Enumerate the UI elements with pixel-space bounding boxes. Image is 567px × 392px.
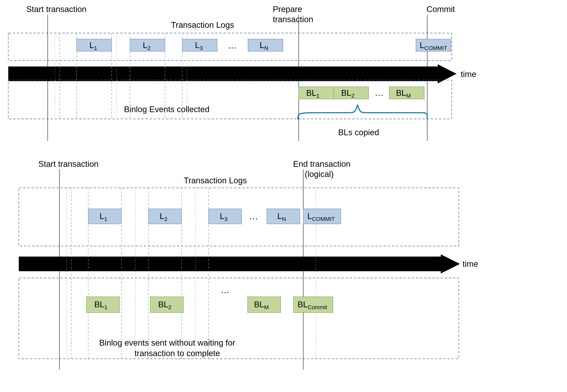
binlog-container-2	[19, 278, 459, 359]
txlog-L2: L2	[130, 39, 165, 51]
txlog2-LN: LN	[267, 209, 300, 224]
binlog-BLM: BLM	[389, 87, 424, 99]
txlog-L3: L3	[182, 39, 217, 51]
brace-bls-copied	[298, 105, 427, 119]
binlog2-BL1: BL1	[86, 297, 119, 313]
label-prepare-tx-line1: Prepare	[273, 4, 302, 14]
binlog2-BLM: BLM	[248, 297, 281, 313]
label-binlog-collected: Binlog Events collected	[124, 105, 210, 114]
label-bls-copied: BLs copied	[338, 128, 379, 137]
label-tx-logs: Transaction Logs	[171, 20, 234, 29]
label-start-tx-2: Start transaction	[38, 159, 99, 168]
time-axis-2	[19, 254, 460, 273]
label-start-tx: Start transaction	[26, 4, 86, 14]
txlog2-L3: L3	[209, 209, 241, 224]
txlog-LN: LN	[248, 39, 283, 51]
binlog-BL1: BL1	[299, 87, 334, 99]
time-label-1: time	[461, 70, 476, 79]
time-label-2: time	[463, 259, 478, 268]
txlog2-L1: L1	[88, 209, 121, 224]
txlog2-ellipsis: …	[249, 211, 258, 221]
svg-marker-31	[441, 254, 460, 273]
diagram-root: Start transaction Prepare transaction Co…	[0, 0, 567, 392]
label-stream-line1: Binlog events sent without waiting for	[99, 338, 235, 347]
label-tx-logs-2: Transaction Logs	[184, 176, 247, 185]
label-prepare-tx-line2: transaction	[273, 15, 313, 24]
binlog2-BL2: BL2	[150, 297, 183, 313]
label-commit: Commit	[426, 4, 455, 14]
svg-marker-1	[438, 64, 456, 84]
txlog2-L2: L2	[148, 209, 182, 224]
binlog-ellipsis: …	[375, 88, 384, 98]
label-stream-line2: transaction to complete	[135, 349, 220, 358]
label-end-tx-line1: End transaction	[293, 159, 351, 168]
binlog2-BLCommit: BLCommit	[294, 297, 333, 313]
txlog2-LCOMMIT: LCOMMIT	[303, 209, 341, 224]
txlog-LCOMMIT: LCOMMIT	[416, 39, 451, 51]
binlog-BL2: BL2	[334, 87, 369, 99]
label-end-tx-line2: (logical)	[305, 169, 334, 179]
time-axis-1	[8, 64, 456, 84]
txlog-ellipsis: …	[228, 40, 237, 50]
txlog-L1: L1	[77, 39, 112, 51]
binlog2-ellipsis: …	[221, 285, 230, 295]
